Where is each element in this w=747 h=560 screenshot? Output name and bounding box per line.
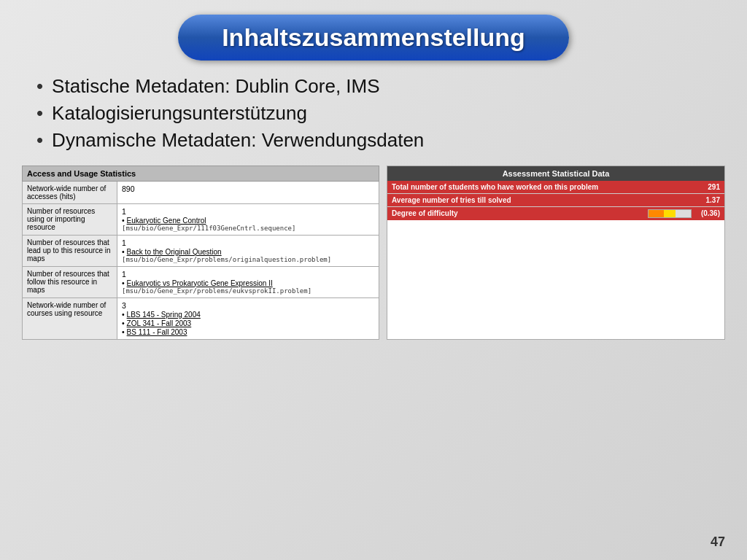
difficulty-bar: (0.36) (648, 209, 720, 218)
bullet-item-2: • Katalogisierungsunterstützung (36, 102, 725, 125)
bullet-text-3: Dynamische Metadaten: Verwendungsdaten (52, 129, 424, 152)
diff-bar (648, 209, 692, 218)
assessment-row-tries: Average number of tries till solved 1.37 (387, 194, 724, 207)
label-follow: Number of resources that follow this res… (23, 266, 117, 298)
table-row-courses: Network-wide number of courses using res… (23, 298, 379, 339)
bullet-lbs: • (122, 310, 125, 319)
bullet-text-1: Statische Metadaten: Dublin Core, IMS (52, 75, 379, 98)
assessment-row-difficulty: Degree of difficulty (0.36) (387, 207, 724, 220)
slide-title: Inhaltszusammenstellung (222, 23, 525, 52)
page-number: 47 (711, 534, 725, 550)
bullet-item-3: • Dynamische Metadaten: Verwendungsdaten (36, 129, 725, 152)
label-students: Total number of students who have worked… (392, 183, 694, 191)
link-lbs[interactable]: LBS 145 - Spring 2004 (127, 311, 201, 319)
label-courses: Network-wide number of courses using res… (23, 298, 117, 339)
label-tries: Average number of tries till solved (392, 196, 694, 204)
bullet-follow: • (122, 279, 125, 287)
bullet-zol: • (122, 319, 125, 327)
table-row-follow: Number of resources that follow this res… (23, 266, 379, 298)
label-importing: Number of resources using or importing r… (23, 203, 117, 235)
slide: Inhaltszusammenstellung • Statische Meta… (0, 0, 747, 560)
content-area: Access and Usage Statistics Network-wide… (22, 166, 725, 340)
link-back-to-original[interactable]: Back to the Original Question (127, 248, 222, 256)
value-follow: 1 • Eukaryotic vs Prokaryotic Gene Expre… (117, 266, 379, 298)
bullet-dot-1: • (36, 75, 43, 98)
assessment-box: Assessment Statistical Data Total number… (387, 166, 725, 340)
bullet-list: • Statische Metadaten: Dublin Core, IMS … (22, 75, 725, 152)
assessment-row-students: Total number of students who have worked… (387, 181, 724, 194)
table-row-importing: Number of resources using or importing r… (23, 203, 379, 235)
assessment-header: Assessment Statistical Data (387, 166, 724, 181)
diff-bar-orange (649, 210, 664, 217)
value-tries: 1.37 (694, 196, 720, 204)
link-bs[interactable]: BS 111 - Fall 2003 (127, 328, 187, 336)
bullet-lead: • (122, 247, 125, 256)
bullet-item-1: • Statische Metadaten: Dublin Core, IMS (36, 75, 725, 98)
value-accesses: 890 (117, 181, 379, 203)
title-container: Inhaltszusammenstellung (22, 15, 725, 61)
table-header-row: Access and Usage Statistics (23, 166, 379, 181)
value-lead: 1 • Back to the Original Question [msu/b… (117, 235, 379, 266)
title-pill: Inhaltszusammenstellung (178, 15, 569, 61)
diff-bar-yellow (664, 210, 676, 217)
table-row-accesses: Network-wide number of accesses (hits) 8… (23, 181, 379, 203)
value-students: 291 (694, 183, 720, 191)
stats-table: Access and Usage Statistics Network-wide… (22, 166, 379, 340)
bullet-importing: • (122, 216, 125, 225)
bullet-dot-3: • (36, 129, 43, 152)
label-difficulty: Degree of difficulty (392, 209, 648, 217)
link-eukaryotic-gene-control[interactable]: Eukaryotic Gene Control (127, 217, 206, 225)
link-zol[interactable]: ZOL 341 - Fall 2003 (127, 319, 192, 327)
table-header: Access and Usage Statistics (23, 166, 379, 181)
link-eukaryotic-vs-prokaryotic[interactable]: Eukaryotic vs Prokaryotic Gene Expressio… (127, 279, 273, 287)
label-lead: Number of resources that lead up to this… (23, 235, 117, 266)
value-courses: 3 • LBS 145 - Spring 2004 • ZOL 341 - Fa… (117, 298, 379, 339)
bullet-dot-2: • (36, 102, 43, 125)
bullet-bs: • (122, 327, 125, 336)
value-importing: 1 • Eukaryotic Gene Control [msu/bio/Gen… (117, 203, 379, 235)
bullet-text-2: Katalogisierungsunterstützung (52, 102, 307, 125)
table-row-lead: Number of resources that lead up to this… (23, 235, 379, 266)
label-accesses: Network-wide number of accesses (hits) (23, 181, 117, 203)
value-difficulty: (0.36) (694, 209, 720, 217)
